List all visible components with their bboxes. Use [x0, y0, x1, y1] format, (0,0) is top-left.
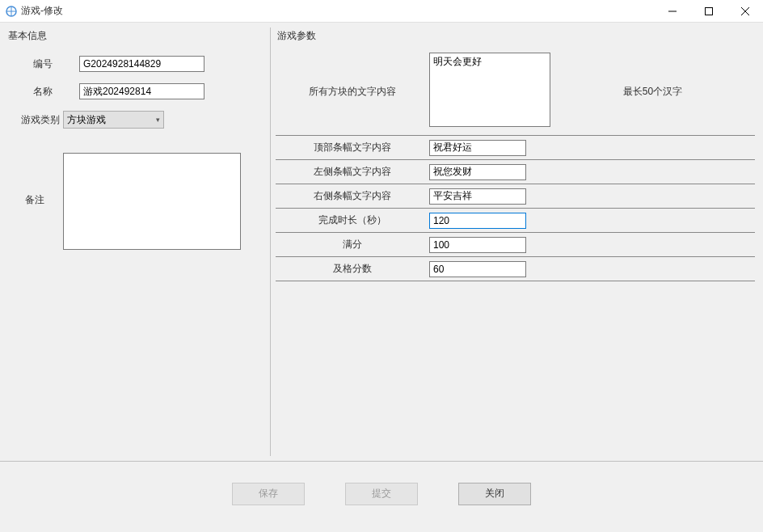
- game-params-legend: 游戏参数: [276, 29, 755, 43]
- app-icon: [5, 5, 18, 18]
- game-params-panel: 游戏参数 所有方块的文字内容 最长50个汉字 顶部条幅文字内容 左侧条幅文字内容…: [271, 24, 761, 459]
- left-banner-label: 左侧条幅文字内容: [276, 165, 429, 179]
- pass-score-input[interactable]: [429, 261, 526, 277]
- name-input[interactable]: [79, 83, 204, 99]
- all-blocks-input[interactable]: [429, 53, 550, 127]
- remarks-row: 备注: [6, 153, 263, 250]
- remarks-label: 备注: [6, 153, 63, 207]
- left-banner-input[interactable]: [429, 164, 526, 180]
- content-area: 基本信息 编号 名称 游戏类别 方块游戏 ▾ 备注: [0, 23, 763, 461]
- category-select[interactable]: 方块游戏 ▾: [63, 111, 164, 129]
- right-banner-input[interactable]: [429, 188, 526, 205]
- pass-score-label: 及格分数: [276, 262, 429, 276]
- chevron-down-icon: ▾: [156, 116, 160, 124]
- all-blocks-label: 所有方块的文字内容: [276, 53, 429, 99]
- minimize-button[interactable]: [654, 0, 690, 23]
- id-row: 编号: [6, 56, 263, 72]
- category-label: 游戏类别: [6, 113, 63, 127]
- top-banner-input[interactable]: [429, 140, 526, 156]
- id-label: 编号: [6, 57, 79, 71]
- full-score-input[interactable]: [429, 237, 526, 253]
- window-controls: [654, 0, 763, 23]
- basic-info-legend: 基本信息: [6, 29, 263, 43]
- id-input[interactable]: [79, 56, 204, 72]
- maximize-button[interactable]: [690, 0, 727, 23]
- top-banner-row: 顶部条幅文字内容: [276, 136, 755, 160]
- category-value: 方块游戏: [67, 113, 106, 127]
- top-banner-label: 顶部条幅文字内容: [276, 141, 429, 154]
- right-banner-row: 右侧条幅文字内容: [276, 184, 755, 209]
- bottom-bar: 保存 提交 关闭: [0, 461, 763, 526]
- titlebar: 游戏-修改: [0, 0, 763, 23]
- category-row: 游戏类别 方块游戏 ▾: [6, 111, 263, 129]
- close-window-button[interactable]: [727, 0, 763, 23]
- full-score-label: 满分: [276, 238, 429, 251]
- full-score-row: 满分: [276, 233, 755, 257]
- save-button[interactable]: 保存: [232, 483, 305, 505]
- remarks-input[interactable]: [63, 153, 241, 250]
- close-button[interactable]: 关闭: [458, 483, 531, 505]
- basic-info-panel: 基本信息 编号 名称 游戏类别 方块游戏 ▾ 备注: [2, 24, 270, 459]
- pass-score-row: 及格分数: [276, 257, 755, 281]
- titlebar-left: 游戏-修改: [5, 4, 63, 18]
- duration-label: 完成时长（秒）: [276, 213, 429, 227]
- name-row: 名称: [6, 83, 263, 99]
- all-blocks-row: 所有方块的文字内容 最长50个汉字: [276, 44, 755, 136]
- left-banner-row: 左侧条幅文字内容: [276, 160, 755, 184]
- right-banner-label: 右侧条幅文字内容: [276, 189, 429, 203]
- max-chars-note: 最长50个汉字: [550, 53, 755, 99]
- submit-button[interactable]: 提交: [345, 483, 418, 505]
- name-label: 名称: [6, 85, 79, 99]
- duration-input[interactable]: [429, 213, 526, 229]
- window-title: 游戏-修改: [21, 4, 63, 18]
- svg-rect-4: [705, 7, 712, 15]
- duration-row: 完成时长（秒）: [276, 209, 755, 233]
